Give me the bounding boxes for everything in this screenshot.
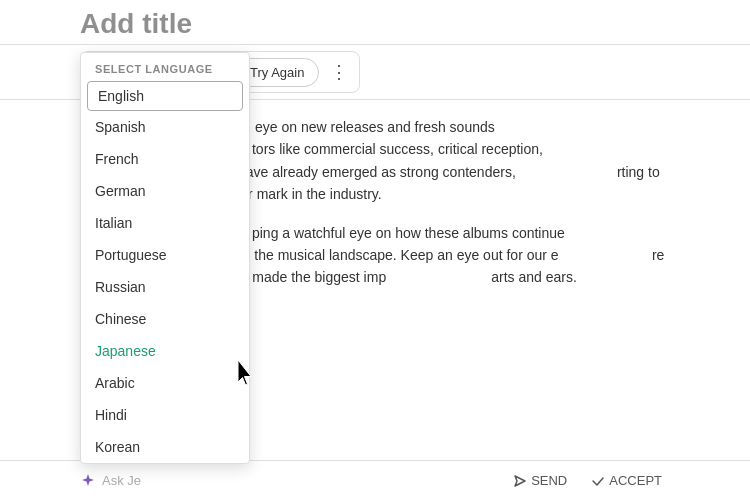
- accept-button[interactable]: ACCEPT: [583, 469, 670, 492]
- language-item-italian[interactable]: Italian: [81, 207, 249, 239]
- ask-input-area: Ask Je: [80, 473, 497, 489]
- page-title: Add title: [0, 0, 750, 44]
- sparkle-small-icon: [80, 473, 96, 489]
- language-item-korean[interactable]: Korean: [81, 431, 249, 463]
- language-list: EnglishSpanishFrenchGermanItalianPortugu…: [81, 81, 249, 463]
- page-container: Add title: [0, 0, 750, 500]
- send-button[interactable]: SEND: [505, 469, 575, 492]
- language-item-hindi[interactable]: Hindi: [81, 399, 249, 431]
- check-icon: [591, 474, 605, 488]
- bottom-bar: Ask Je SEND ACCEPT: [0, 460, 750, 500]
- language-item-japanese[interactable]: Japanese: [81, 335, 249, 367]
- language-item-russian[interactable]: Russian: [81, 271, 249, 303]
- ask-placeholder: Ask Je: [102, 473, 141, 488]
- language-item-english[interactable]: English: [87, 81, 243, 111]
- accept-label: ACCEPT: [609, 473, 662, 488]
- language-item-portuguese[interactable]: Portuguese: [81, 239, 249, 271]
- language-dropdown: SELECT LANGUAGE EnglishSpanishFrenchGerm…: [80, 52, 250, 464]
- more-button[interactable]: ⋮: [321, 54, 357, 90]
- language-item-arabic[interactable]: Arabic: [81, 367, 249, 399]
- language-item-spanish[interactable]: Spanish: [81, 111, 249, 143]
- language-item-chinese[interactable]: Chinese: [81, 303, 249, 335]
- send-label: SEND: [531, 473, 567, 488]
- send-icon: [513, 474, 527, 488]
- dropdown-header: SELECT LANGUAGE: [81, 53, 249, 81]
- language-item-french[interactable]: French: [81, 143, 249, 175]
- language-item-german[interactable]: German: [81, 175, 249, 207]
